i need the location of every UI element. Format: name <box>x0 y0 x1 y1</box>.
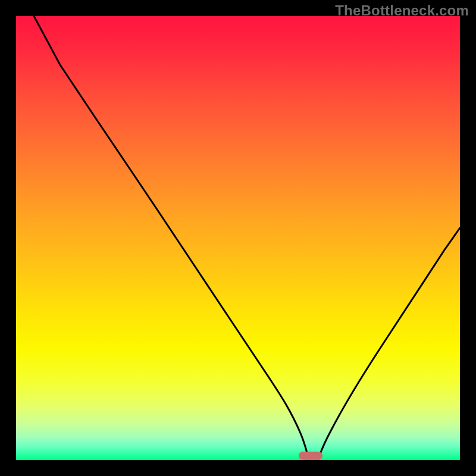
chart-frame: TheBottleneck.com <box>0 0 476 476</box>
bottleneck-curve <box>16 16 460 460</box>
bottleneck-marker <box>299 452 322 460</box>
watermark-text: TheBottleneck.com <box>335 2 469 19</box>
curve-path <box>34 16 460 460</box>
